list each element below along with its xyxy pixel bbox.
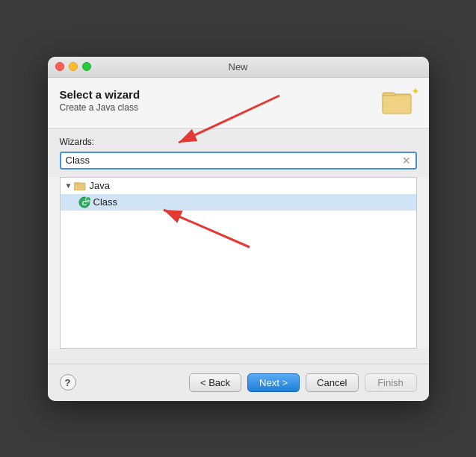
wizard-tree[interactable]: ▼ Java C + [60, 177, 417, 349]
footer: ? < Back Next > Cancel Finish [48, 364, 429, 401]
svg-rect-1 [383, 96, 411, 114]
finish-button[interactable]: Finish [365, 373, 417, 392]
wizard-subtitle: Create a Java class [60, 102, 140, 113]
back-button[interactable]: < Back [189, 373, 241, 392]
maximize-button[interactable] [82, 62, 91, 71]
traffic-lights [55, 62, 91, 71]
class-icon: C + [78, 196, 90, 208]
close-button[interactable] [55, 62, 64, 71]
wizard-icon: ✦ [381, 88, 417, 119]
tree-item-class[interactable]: C + Class [61, 194, 416, 211]
search-input[interactable] [64, 155, 401, 166]
search-row: ✕ [60, 152, 417, 170]
class-label: Class [93, 196, 118, 208]
titlebar: New [48, 57, 429, 78]
expand-arrow: ▼ [65, 181, 72, 190]
new-wizard-dialog: New Select a wizard Create a Java class … [48, 57, 429, 401]
wizards-label: Wizards: [60, 137, 417, 147]
body-section: Wizards: ✕ [48, 129, 429, 177]
java-folder-icon [74, 181, 86, 190]
cancel-button[interactable]: Cancel [306, 373, 358, 392]
window-title: New [228, 61, 247, 72]
java-label: Java [89, 180, 109, 191]
body-spacer [48, 349, 429, 364]
minimize-button[interactable] [69, 62, 78, 71]
sparkle-icon: ✦ [411, 85, 420, 97]
wizard-header: Select a wizard Create a Java class ✦ [48, 78, 429, 129]
next-button[interactable]: Next > [247, 373, 300, 392]
tree-item-java-parent[interactable]: ▼ Java [61, 178, 416, 194]
help-button[interactable]: ? [60, 374, 76, 391]
wizard-title: Select a wizard [60, 88, 140, 101]
header-text: Select a wizard Create a Java class [60, 88, 140, 113]
clear-icon[interactable]: ✕ [401, 155, 412, 167]
folder-icon [381, 88, 412, 115]
svg-text:+: + [87, 197, 90, 202]
